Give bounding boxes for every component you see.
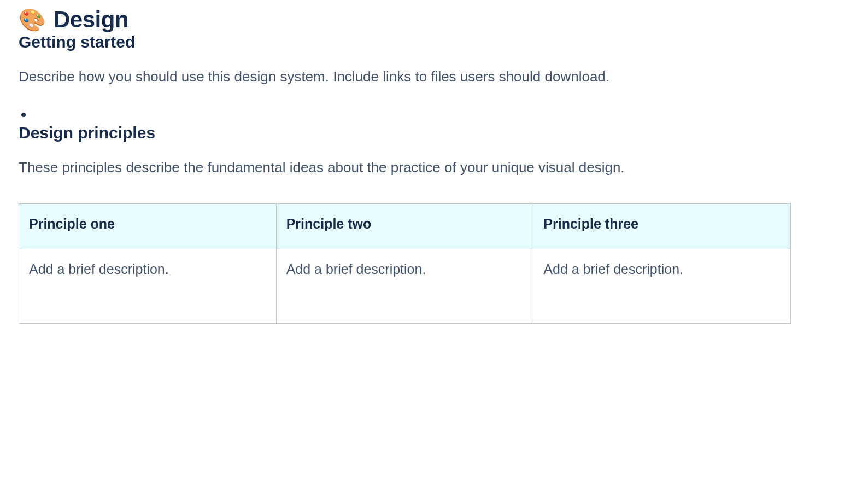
heading-getting-started[interactable]: Getting started (19, 33, 849, 51)
table-cell[interactable]: Add a brief description. (533, 249, 791, 323)
palette-icon: 🎨 (19, 9, 46, 31)
page-title[interactable]: Design (54, 7, 128, 33)
page-title-row: 🎨 Design (19, 7, 849, 33)
heading-design-principles[interactable]: Design principles (19, 124, 849, 142)
table-header-cell[interactable]: Principle two (276, 203, 533, 249)
document-page: 🎨 Design Getting started Describe how yo… (0, 0, 868, 478)
getting-started-list[interactable] (19, 106, 849, 123)
principles-table: Principle one Principle two Principle th… (19, 203, 791, 324)
table-header-row: Principle one Principle two Principle th… (19, 203, 791, 249)
helper-design-principles[interactable]: These principles describe the fundamenta… (19, 158, 849, 177)
table-header-cell[interactable]: Principle three (533, 203, 791, 249)
helper-getting-started[interactable]: Describe how you should use this design … (19, 67, 849, 86)
table-cell[interactable]: Add a brief description. (276, 249, 533, 323)
table-header-cell[interactable]: Principle one (19, 203, 277, 249)
table-row: Add a brief description. Add a brief des… (19, 249, 791, 323)
list-item[interactable] (34, 106, 849, 123)
table-cell[interactable]: Add a brief description. (19, 249, 277, 323)
